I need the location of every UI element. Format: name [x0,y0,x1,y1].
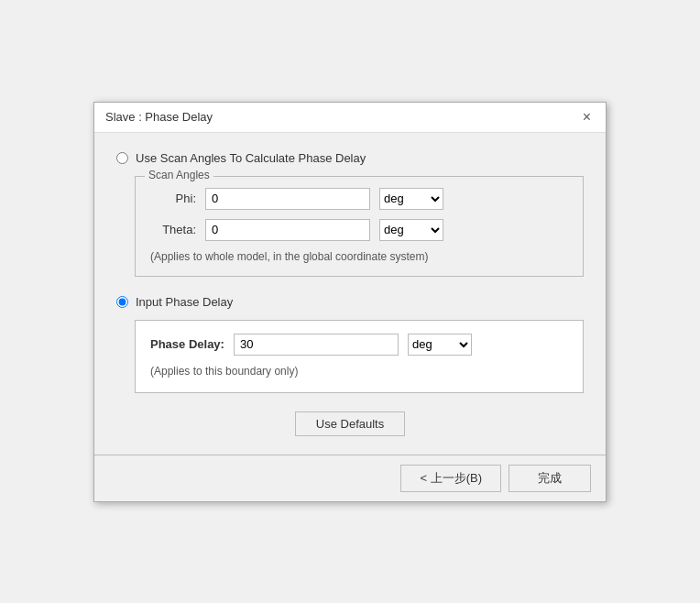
scan-angles-option: Use Scan Angles To Calculate Phase Delay [116,151,584,165]
phase-delay-row: Phase Delay: deg rad [150,334,568,356]
dialog-title: Slave : Phase Delay [105,110,213,124]
scan-angles-group: Scan Angles Phi: deg rad Theta: deg rad … [135,176,584,277]
dialog-window: Slave : Phase Delay × Use Scan Angles To… [93,102,607,502]
phi-label: Phi: [150,192,196,205]
back-button[interactable]: < 上一步(B) [400,465,501,492]
theta-unit-select[interactable]: deg rad [379,219,443,241]
phi-row: Phi: deg rad [150,188,568,210]
use-defaults-button[interactable]: Use Defaults [295,411,405,436]
input-phase-delay-radio[interactable] [116,296,128,308]
dialog-footer: < 上一步(B) 完成 [94,455,606,501]
scan-angles-legend: Scan Angles [145,169,213,181]
phase-delay-group: Phase Delay: deg rad (Applies to this bo… [135,320,584,393]
defaults-btn-row: Use Defaults [116,411,584,436]
scan-angles-radio-label[interactable]: Use Scan Angles To Calculate Phase Delay [136,151,366,165]
input-phase-delay-option: Input Phase Delay [116,295,584,309]
finish-button[interactable]: 完成 [509,465,591,492]
scan-angles-radio[interactable] [116,152,128,164]
input-phase-delay-radio-label[interactable]: Input Phase Delay [136,295,233,309]
phase-delay-input[interactable] [234,334,399,356]
phase-delay-hint: (Applies to this boundary only) [150,365,568,378]
phi-input[interactable] [205,188,370,210]
dialog-body: Use Scan Angles To Calculate Phase Delay… [94,133,606,455]
scan-angles-hint: (Applies to whole model, in the global c… [150,250,568,263]
title-bar: Slave : Phase Delay × [94,103,606,133]
theta-input[interactable] [205,219,370,241]
phi-unit-select[interactable]: deg rad [379,188,443,210]
phase-delay-label: Phase Delay: [150,337,224,351]
theta-row: Theta: deg rad [150,219,568,241]
theta-label: Theta: [150,223,196,236]
close-button[interactable]: × [579,110,595,125]
phase-delay-unit-select[interactable]: deg rad [408,334,472,356]
